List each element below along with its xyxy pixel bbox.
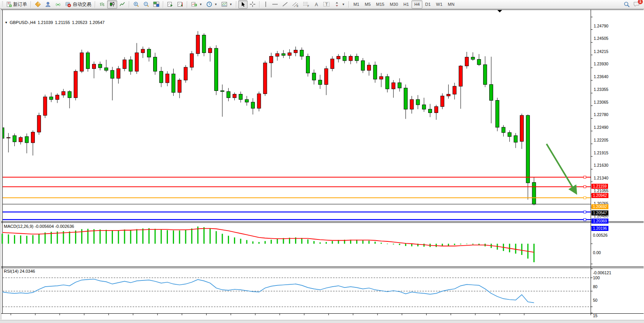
new-order-icon [6, 2, 12, 7]
symbol-period-label: GBPUSD-,H4 [10, 20, 36, 25]
price-axis-tick: 1.21055 [594, 188, 608, 193]
zoom-in-button[interactable] [131, 0, 141, 9]
separator [95, 1, 96, 8]
mt4-window: 新订单 自动交易 [0, 0, 644, 323]
timeframe-m15-button[interactable]: M15 [373, 0, 387, 9]
svg-text:F: F [307, 5, 309, 7]
text-tool-button[interactable]: A [312, 0, 321, 9]
separator [236, 1, 237, 8]
svg-text:E: E [297, 5, 299, 7]
auto-scroll-icon [167, 1, 173, 7]
macd-label: MACD(12,26,9) -0.005604 -0.002636 [4, 224, 74, 229]
profile-icon [45, 1, 51, 7]
symbol-info: ▼ GBPUSD-,H4 1.21039 1.21155 1.20523 1.2… [5, 20, 104, 25]
community-button[interactable] [43, 0, 53, 9]
rsi-axis-tick: 80 [593, 284, 598, 289]
indicators-icon [191, 1, 197, 7]
periods-button[interactable]: ▼ [204, 0, 219, 9]
rsi-axis-tick: 50 [593, 298, 598, 302]
line-chart-button[interactable] [117, 0, 127, 9]
chart-shift-button[interactable] [175, 0, 185, 9]
timeframe-m30-button[interactable]: M30 [387, 0, 401, 9]
notifications-button[interactable]: 1 [633, 1, 640, 7]
macd-axis-tick: -0.006121 [593, 270, 611, 275]
timeframe-h4-button[interactable]: H4 [412, 0, 422, 9]
label-tool-button[interactable]: T [321, 0, 332, 9]
timeframe-m5-button[interactable]: M5 [362, 0, 373, 9]
price-line-label[interactable]: 1.20692 [591, 204, 608, 209]
price-line-label[interactable]: 1.20196 [591, 226, 608, 231]
candlestick-chart-button[interactable] [107, 0, 117, 9]
svg-text:A: A [315, 2, 318, 7]
collapse-triangle-icon[interactable]: ▼ [5, 21, 8, 24]
price-axis-tick: 1.24505 [594, 36, 608, 41]
chart-shift-icon [177, 1, 183, 7]
channel-tool-button[interactable]: E [290, 0, 301, 9]
timeframe-w1-button[interactable]: W1 [433, 0, 445, 9]
cursor-button[interactable] [238, 0, 248, 9]
price-chart-canvas[interactable] [0, 9, 644, 323]
ohlc-close: 1.20547 [89, 20, 105, 25]
timeframe-d1-button[interactable]: D1 [422, 0, 433, 9]
clock-icon [206, 1, 212, 7]
autotrade-label: 自动交易 [73, 1, 91, 8]
price-axis-tick: 1.24790 [594, 24, 608, 28]
horizontal-line-tool-button[interactable] [270, 0, 280, 9]
toolbar-grip[interactable] [2, 1, 3, 7]
fibonacci-tool-button[interactable]: F [301, 0, 312, 9]
mql-market-button[interactable] [33, 0, 43, 9]
timeframe-m1-button[interactable]: M1 [351, 0, 362, 9]
zoom-in-icon [133, 1, 139, 7]
timeframe-h1-button[interactable]: H1 [401, 0, 412, 9]
new-order-button[interactable]: 新订单 [4, 0, 29, 9]
timeframe-mn-button[interactable]: MN [445, 0, 457, 9]
price-line-label[interactable]: 1.21159 [591, 184, 608, 189]
arrows-tool-button[interactable]: ▼ [332, 0, 347, 9]
text-label-icon: T [323, 1, 330, 7]
autotrade-button[interactable]: 自动交易 [63, 0, 93, 9]
vertical-line-tool-button[interactable] [261, 0, 270, 9]
chart-area[interactable]: ▼ GBPUSD-,H4 1.21039 1.21155 1.20523 1.2… [0, 9, 644, 323]
horizontal-line-icon [272, 2, 278, 7]
chevron-down-icon: ▼ [199, 3, 202, 6]
indicators-button[interactable]: ▼ [189, 0, 204, 9]
separator [31, 1, 31, 8]
autotrade-icon [65, 1, 71, 7]
price-axis-tick: 1.22490 [594, 125, 608, 130]
zoom-out-icon [143, 1, 149, 7]
bar-chart-button[interactable] [97, 0, 107, 9]
current-price-label: 1.20547 [591, 210, 608, 215]
separator [163, 1, 164, 8]
tile-windows-button[interactable] [151, 0, 161, 9]
price-line-label[interactable]: 1.20942 [591, 193, 608, 198]
auto-scroll-button[interactable] [165, 0, 175, 9]
ohlc-high: 1.21155 [55, 20, 70, 25]
trendline-tool-button[interactable] [280, 0, 290, 9]
broadcast-signal-icon [55, 1, 61, 7]
separator [129, 1, 130, 8]
signal-button[interactable] [53, 0, 63, 9]
macd-axis-tick: 0.00526 [593, 233, 608, 238]
candlestick-chart-icon [109, 1, 115, 7]
zoom-out-button[interactable] [141, 0, 151, 9]
svg-text:T: T [325, 2, 328, 7]
price-axis-tick: 1.22780 [594, 112, 608, 117]
separator [259, 1, 260, 8]
price-axis-tick: 1.24215 [594, 49, 608, 54]
price-axis-tick: 1.23355 [594, 87, 608, 92]
crosshair-button[interactable] [248, 0, 258, 9]
rsi-label: RSI(14) 24.0346 [4, 269, 35, 273]
gold-diamond-icon [35, 1, 41, 7]
search-icon[interactable] [624, 1, 630, 8]
main-toolbar: 新订单 自动交易 [0, 0, 644, 9]
templates-button[interactable]: ▼ [219, 0, 234, 9]
chevron-down-icon: ▼ [229, 3, 232, 6]
price-line-label[interactable]: 1.20369 [591, 219, 608, 224]
tile-windows-icon [153, 1, 159, 7]
line-chart-icon [119, 1, 125, 7]
price-axis-tick: 1.21630 [594, 163, 608, 167]
price-axis-tick: 1.23640 [594, 74, 608, 79]
trendline-icon [282, 1, 288, 7]
template-icon [221, 1, 227, 7]
separator [187, 1, 188, 8]
